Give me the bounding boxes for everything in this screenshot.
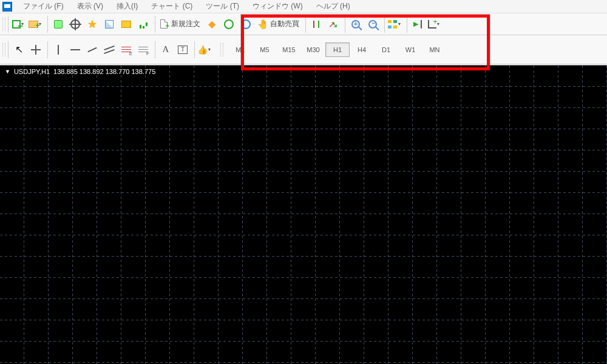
terminal-button[interactable] (118, 16, 134, 32)
fibo-f-icon: F (138, 46, 148, 54)
diamond-icon: ◆ (208, 18, 215, 30)
metaquotes-button[interactable]: ◆ (204, 16, 220, 32)
market-watch-button[interactable] (50, 16, 66, 32)
horizontal-line-icon (70, 49, 80, 50)
arrows-diagonal-icon (328, 19, 338, 29)
toolbar-drawing-timeframes: ↖ E F A T 👍▾ M1 M5 M15 M30 H1 H4 D1 W1 M… (0, 35, 607, 64)
channel-button[interactable] (101, 42, 117, 58)
trendline-button[interactable] (84, 42, 100, 58)
trendline-icon (87, 47, 97, 52)
auto-scroll-button[interactable] (325, 16, 341, 32)
channel-icon (104, 45, 114, 55)
menubar: ファイル (F) 表示 (V) 挿入(I) チャート (C) ツール (T) ウ… (0, 0, 607, 13)
zoom-in-icon (351, 20, 360, 29)
document-icon: + (160, 19, 168, 29)
timeframe-d1[interactable]: D1 (374, 42, 398, 57)
expert-advisors-button[interactable] (221, 16, 237, 32)
star-icon: ★ (87, 18, 97, 31)
target-icon (70, 19, 80, 29)
menu-window[interactable]: ウィンドウ (W) (246, 0, 309, 13)
bars-icon (138, 20, 148, 29)
chart-title-bar[interactable]: ▼ USDJPY,H1 138.885 138.892 138.770 138.… (5, 68, 155, 75)
chart-grid-horizontal (0, 66, 607, 364)
signals-button[interactable] (238, 16, 254, 32)
new-order-label: 新規注文 (171, 19, 200, 29)
menu-view[interactable]: 表示 (V) (71, 0, 109, 13)
timeframe-m5[interactable]: M5 (253, 42, 277, 57)
indicators-button[interactable]: ▾ (427, 16, 443, 32)
zoom-out-button[interactable] (365, 16, 381, 32)
timeframe-h1[interactable]: H1 (325, 42, 350, 57)
strategy-tester-button[interactable] (135, 16, 151, 32)
fibo-e-icon: E (121, 46, 131, 54)
crosshair-tool-button[interactable] (67, 16, 83, 32)
radar-icon (224, 19, 234, 29)
zoom-in-button[interactable] (348, 16, 364, 32)
navigator-button[interactable]: ★ (84, 16, 100, 32)
step-forward-button[interactable] (410, 16, 426, 32)
new-chart-button[interactable]: ▾ (11, 16, 27, 32)
new-chart-icon (12, 20, 21, 29)
zoom-out-icon (368, 20, 377, 29)
chart-symbol-label: USDJPY,H1 (14, 68, 50, 75)
data-window-icon (105, 20, 114, 29)
timeframe-m1[interactable]: M1 (228, 42, 253, 57)
chart-ohlc-label: 138.885 138.892 138.770 138.775 (53, 68, 155, 75)
tiles-icon (388, 20, 398, 29)
timeframe-m15[interactable]: M15 (277, 42, 301, 57)
toolbar-grip[interactable] (2, 43, 5, 56)
profiles-button[interactable]: ▾ (28, 16, 44, 32)
text-label-button[interactable]: T (175, 42, 191, 58)
text-a-icon: A (163, 44, 169, 55)
thumb-icon: 👍 (197, 45, 208, 55)
new-order-button[interactable]: + 新規注文 (158, 16, 203, 32)
fibo-retracement-button[interactable]: E (118, 42, 134, 58)
chart-area[interactable]: ▼ USDJPY,H1 138.885 138.892 138.770 138.… (0, 65, 607, 364)
menu-insert[interactable]: 挿入(I) (110, 0, 144, 13)
chevron-down-icon: ▾ (208, 47, 213, 52)
chevron-down-icon: ▾ (398, 21, 403, 27)
step-run-icon (413, 20, 422, 29)
hand-icon: 🤚 (257, 19, 269, 30)
timeframe-group: M1 M5 M15 M30 H1 H4 D1 W1 MN (228, 41, 447, 58)
fibo-fan-button[interactable]: F (135, 42, 151, 58)
timeframe-mn[interactable]: MN (422, 42, 447, 57)
app-icon (2, 2, 12, 12)
shift-chart-button[interactable] (308, 16, 324, 32)
symbols-button[interactable]: 👍▾ (197, 42, 213, 58)
toolbar-grip[interactable] (2, 18, 5, 31)
menu-help[interactable]: ヘルプ (H) (310, 0, 356, 13)
menu-tools[interactable]: ツール (T) (200, 0, 245, 13)
data-window-button[interactable] (101, 16, 117, 32)
menu-chart[interactable]: チャート (C) (145, 0, 198, 13)
timeframe-m30[interactable]: M30 (301, 42, 325, 57)
vertical-line-icon (58, 45, 59, 55)
vertical-line-button[interactable] (50, 42, 66, 58)
signals-icon (241, 19, 251, 29)
cursor-tool-button[interactable]: ↖ (11, 42, 27, 58)
menu-file[interactable]: ファイル (F) (17, 0, 70, 13)
auto-trading-label: 自動売買 (270, 19, 299, 29)
timeframe-h4[interactable]: H4 (350, 42, 374, 57)
crosshair-icon (31, 45, 41, 55)
tile-windows-button[interactable]: ▾ (387, 16, 403, 32)
timeframe-w1[interactable]: W1 (398, 42, 422, 57)
horizontal-line-button[interactable] (67, 42, 83, 58)
auto-trading-button[interactable]: 🤚 自動売買 (255, 16, 302, 32)
chart-menu-dropdown-icon: ▼ (5, 69, 10, 75)
text-tool-button[interactable]: A (158, 42, 174, 58)
arrows-vertical-icon (311, 19, 321, 29)
axis-plus-icon (428, 20, 436, 29)
crosshair-button[interactable] (28, 42, 44, 58)
terminal-icon (121, 21, 131, 28)
folder-icon (29, 21, 38, 28)
toolbar-grip[interactable] (220, 43, 223, 56)
cursor-icon: ↖ (15, 44, 23, 55)
toolbar-main: ▾ ▾ ★ + 新規注文 ◆ 🤚 自動売買 ▾ ▾ (0, 13, 607, 35)
market-watch-icon (54, 20, 63, 29)
chevron-down-icon: ▾ (437, 21, 442, 27)
text-box-icon: T (178, 46, 188, 54)
